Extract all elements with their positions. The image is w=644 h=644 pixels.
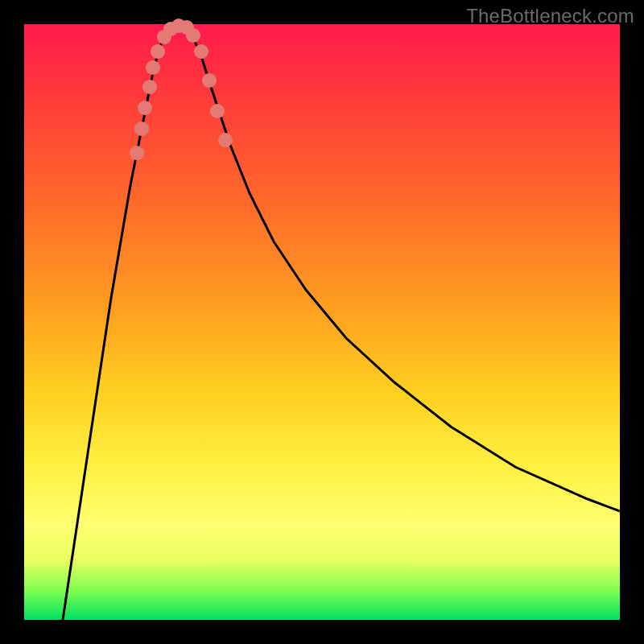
marker-dot xyxy=(218,133,233,147)
marker-dot xyxy=(142,80,157,94)
curve-svg xyxy=(24,24,620,620)
marker-dot xyxy=(130,146,144,160)
marker-dot xyxy=(210,104,225,118)
marker-dot xyxy=(202,73,217,88)
marker-dot xyxy=(138,101,152,115)
cluster-dots xyxy=(130,19,233,160)
plot-area xyxy=(24,24,620,620)
watermark-text: TheBottleneck.com xyxy=(466,5,634,27)
marker-dot xyxy=(194,44,208,59)
marker-dot xyxy=(134,122,149,136)
marker-dot xyxy=(146,60,160,75)
marker-dot xyxy=(151,44,165,59)
marker-dot xyxy=(186,28,200,43)
chart-frame: TheBottleneck.com xyxy=(0,0,644,644)
